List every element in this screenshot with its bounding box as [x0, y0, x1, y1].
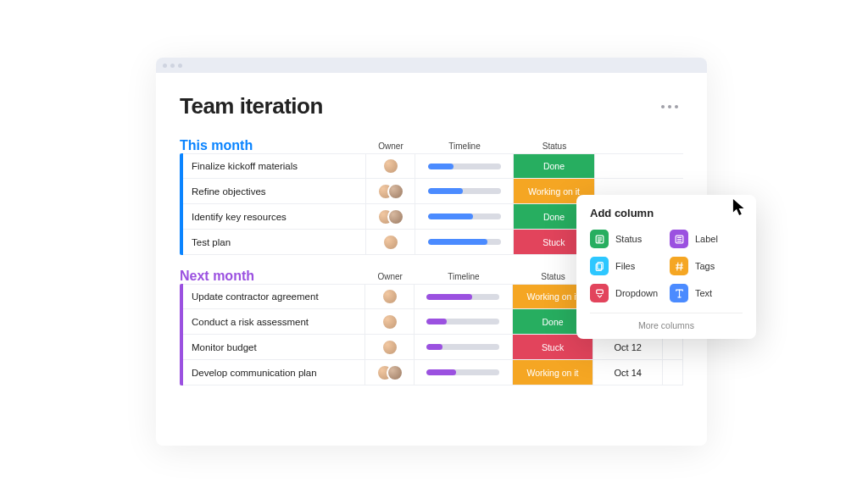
column-type-label: Label [695, 234, 718, 244]
task-name-cell[interactable]: Monitor budget [183, 335, 365, 359]
label-icon [670, 230, 688, 248]
column-type-label: Dropdown [615, 288, 658, 298]
col-header-owner[interactable]: Owner [366, 141, 415, 151]
empty-cell [663, 360, 683, 385]
task-name-cell[interactable]: Refine objectives [183, 179, 366, 203]
svg-line-12 [676, 263, 677, 270]
avatar[interactable] [381, 288, 398, 305]
svg-rect-14 [596, 290, 603, 293]
popover-title: Add column [590, 207, 743, 219]
owner-cell[interactable] [366, 179, 415, 203]
col-header-status[interactable]: Status [514, 141, 595, 151]
add-column-popover: Add column StatusLabelFilesTagsDropdownT… [576, 195, 756, 339]
avatar[interactable] [381, 339, 398, 356]
group-title[interactable]: This month [180, 138, 366, 153]
status-cell[interactable]: Done [514, 154, 595, 178]
column-type-label[interactable]: Label [670, 230, 743, 248]
column-type-files[interactable]: Files [590, 257, 663, 275]
column-type-dropdown[interactable]: Dropdown [590, 284, 663, 302]
window-titlebar [156, 58, 707, 73]
timeline-cell[interactable] [415, 230, 514, 254]
owner-cell[interactable] [365, 285, 415, 308]
column-type-label: Status [615, 234, 642, 244]
owner-cell[interactable] [365, 335, 415, 359]
group-title[interactable]: Next month [180, 269, 365, 284]
owner-cell[interactable] [366, 230, 415, 254]
column-type-text[interactable]: Text [670, 284, 743, 302]
avatar[interactable] [381, 313, 398, 330]
files-icon [590, 257, 609, 275]
timeline-cell[interactable] [415, 335, 513, 359]
avatar[interactable] [382, 234, 399, 251]
avatar[interactable] [387, 208, 404, 225]
task-name-cell[interactable]: Develop communication plan [183, 360, 365, 385]
dropdown-icon [590, 284, 609, 302]
tags-icon [670, 257, 688, 275]
timeline-cell[interactable] [415, 309, 513, 334]
more-columns-link[interactable]: More columns [590, 313, 743, 330]
column-type-label: Text [695, 288, 712, 298]
status-icon [590, 230, 609, 248]
column-type-tags[interactable]: Tags [670, 257, 743, 275]
timeline-cell[interactable] [415, 154, 514, 178]
col-header-owner[interactable]: Owner [365, 272, 415, 281]
task-name-cell[interactable]: Identify key resources [183, 204, 366, 229]
avatar[interactable] [387, 183, 404, 200]
table-row[interactable]: Develop communication planWorking on itO… [183, 360, 683, 385]
col-header-timeline[interactable]: Timeline [415, 272, 513, 281]
column-type-status[interactable]: Status [590, 230, 663, 248]
timeline-cell[interactable] [415, 179, 514, 203]
text-icon [670, 284, 688, 302]
timeline-cell[interactable] [415, 204, 514, 229]
owner-cell[interactable] [365, 360, 415, 385]
task-name-cell[interactable]: Update contractor agreement [183, 285, 365, 308]
owner-cell[interactable] [366, 154, 415, 178]
status-cell[interactable]: Working on it [513, 360, 594, 385]
svg-line-13 [681, 263, 682, 270]
avatar[interactable] [382, 158, 399, 175]
task-name-cell[interactable]: Conduct a risk assessment [183, 309, 365, 334]
col-header-timeline[interactable]: Timeline [415, 141, 514, 151]
timeline-cell[interactable] [415, 285, 513, 308]
timeline-cell[interactable] [415, 360, 513, 385]
board-title: Team iteration [180, 93, 323, 119]
board-more-menu[interactable] [656, 100, 683, 114]
task-name-cell[interactable]: Test plan [183, 230, 366, 254]
column-type-label: Tags [695, 261, 715, 271]
owner-cell[interactable] [365, 309, 415, 334]
table-row[interactable]: Finalize kickoff materialsDone [183, 153, 683, 179]
owner-cell[interactable] [366, 204, 415, 229]
column-type-label: Files [615, 261, 635, 271]
task-name-cell[interactable]: Finalize kickoff materials [183, 154, 366, 178]
avatar[interactable] [387, 364, 403, 381]
date-cell[interactable]: Oct 14 [593, 360, 663, 385]
